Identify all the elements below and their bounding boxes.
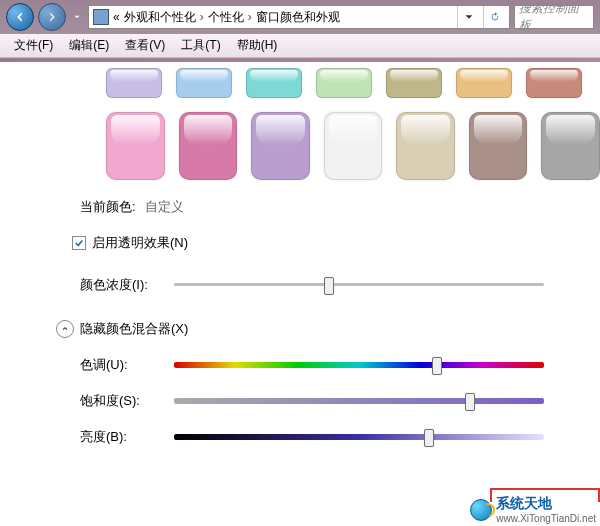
address-dropdown[interactable] (457, 6, 479, 28)
address-bar[interactable]: « 外观和个性化 › 个性化 › 窗口颜色和外观 (88, 5, 510, 29)
slider-thumb[interactable] (465, 393, 475, 411)
color-pink[interactable] (106, 112, 165, 180)
search-input[interactable]: 搜索控制面板 (514, 5, 594, 29)
breadcrumb-item[interactable]: 外观和个性化 (124, 9, 196, 26)
slider-track (174, 434, 544, 440)
current-color-value: 自定义 (145, 199, 184, 214)
slider-track (174, 283, 544, 286)
color-teal[interactable] (246, 68, 302, 98)
color-gray[interactable] (541, 112, 600, 180)
breadcrumb-prefix: « (113, 10, 120, 24)
breadcrumb-sep: › (248, 10, 252, 24)
brightness-slider[interactable] (174, 429, 544, 445)
color-mint[interactable] (316, 68, 372, 98)
color-lavender[interactable] (106, 68, 162, 98)
menu-help[interactable]: 帮助(H) (231, 35, 284, 56)
hue-slider[interactable] (174, 357, 544, 373)
slider-thumb[interactable] (324, 277, 334, 295)
hue-label: 色调(U): (80, 356, 160, 374)
forward-button[interactable] (38, 3, 66, 31)
transparency-checkbox[interactable] (72, 236, 86, 250)
watermark-url: www.XiTongTianDi.net (496, 513, 596, 524)
color-olive[interactable] (386, 68, 442, 98)
nav-history-dropdown[interactable] (70, 3, 84, 31)
slider-thumb[interactable] (424, 429, 434, 447)
color-swatch-row (106, 68, 600, 98)
color-lightblue[interactable] (176, 68, 232, 98)
globe-icon (470, 499, 492, 521)
saturation-slider[interactable] (174, 393, 544, 409)
menu-edit[interactable]: 编辑(E) (63, 35, 115, 56)
color-white[interactable] (324, 112, 383, 180)
breadcrumb-sep: › (200, 10, 204, 24)
back-button[interactable] (6, 3, 34, 31)
transparency-label: 启用透明效果(N) (92, 234, 188, 252)
breadcrumb-item[interactable]: 个性化 (208, 9, 244, 26)
control-panel-icon (93, 9, 109, 25)
collapse-mixer-button[interactable] (56, 320, 74, 338)
mixer-toggle-label: 隐藏颜色混合器(X) (80, 320, 188, 338)
menu-file[interactable]: 文件(F) (8, 35, 59, 56)
current-color-label: 当前颜色: (80, 199, 136, 214)
brightness-label: 亮度(B): (80, 428, 160, 446)
color-rose[interactable] (179, 112, 238, 180)
menu-view[interactable]: 查看(V) (119, 35, 171, 56)
intensity-slider[interactable] (174, 277, 544, 293)
slider-thumb[interactable] (432, 357, 442, 375)
color-brick[interactable] (526, 68, 582, 98)
color-violet[interactable] (251, 112, 310, 180)
intensity-label: 颜色浓度(I): (80, 276, 160, 294)
menu-tools[interactable]: 工具(T) (175, 35, 226, 56)
toolbar-divider (0, 58, 600, 62)
current-color-row: 当前颜色: 自定义 (80, 198, 600, 216)
refresh-button[interactable] (483, 6, 505, 28)
watermark-title: 系统天地 (496, 495, 596, 513)
saturation-label: 饱和度(S): (80, 392, 160, 410)
color-orange[interactable] (456, 68, 512, 98)
color-beige[interactable] (396, 112, 455, 180)
color-swatch-row (106, 112, 600, 180)
watermark: 系统天地 www.XiTongTianDi.net (470, 495, 596, 524)
menu-bar: 文件(F) 编辑(E) 查看(V) 工具(T) 帮助(H) (0, 34, 600, 58)
slider-track (174, 398, 544, 404)
search-placeholder: 搜索控制面板 (519, 0, 589, 34)
color-taupe[interactable] (469, 112, 528, 180)
slider-track (174, 362, 544, 368)
breadcrumb-item[interactable]: 窗口颜色和外观 (256, 9, 340, 26)
